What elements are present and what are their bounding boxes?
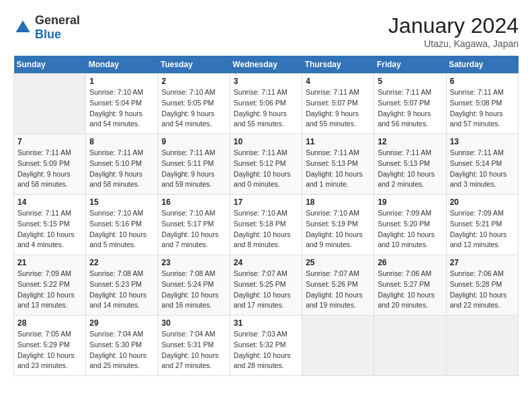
- calendar-cell: [374, 316, 446, 376]
- calendar-cell: 18Sunrise: 7:10 AMSunset: 5:19 PMDayligh…: [302, 195, 374, 255]
- day-info: Sunrise: 7:04 AMSunset: 5:30 PMDaylight:…: [89, 329, 154, 371]
- day-info: Sunrise: 7:11 AMSunset: 5:07 PMDaylight:…: [378, 87, 442, 130]
- calendar-cell: 6Sunrise: 7:11 AMSunset: 5:08 PMDaylight…: [446, 74, 518, 134]
- day-number: 11: [306, 137, 370, 146]
- calendar-cell: 25Sunrise: 7:07 AMSunset: 5:26 PMDayligh…: [302, 255, 374, 316]
- calendar-cell: 28Sunrise: 7:05 AMSunset: 5:29 PMDayligh…: [14, 316, 86, 376]
- calendar-week-4: 21Sunrise: 7:09 AMSunset: 5:22 PMDayligh…: [14, 255, 519, 316]
- day-number: 9: [162, 137, 226, 146]
- day-info: Sunrise: 7:07 AMSunset: 5:25 PMDaylight:…: [234, 269, 298, 311]
- day-number: 1: [89, 77, 154, 86]
- day-number: 29: [89, 318, 154, 328]
- day-number: 2: [162, 77, 226, 86]
- day-info: Sunrise: 7:11 AMSunset: 5:09 PMDaylight:…: [17, 148, 82, 190]
- calendar-cell: 19Sunrise: 7:09 AMSunset: 5:20 PMDayligh…: [374, 195, 446, 255]
- calendar-cell: [446, 316, 518, 376]
- day-number: 30: [162, 318, 226, 328]
- calendar-cell: 20Sunrise: 7:09 AMSunset: 5:21 PMDayligh…: [446, 195, 518, 255]
- calendar-cell: 8Sunrise: 7:11 AMSunset: 5:10 PMDaylight…: [86, 134, 158, 195]
- day-number: 20: [450, 197, 515, 207]
- day-info: Sunrise: 7:09 AMSunset: 5:20 PMDaylight:…: [378, 208, 442, 250]
- calendar-cell: 16Sunrise: 7:10 AMSunset: 5:17 PMDayligh…: [158, 195, 230, 255]
- day-number: 6: [450, 77, 515, 86]
- calendar-cell: 1Sunrise: 7:10 AMSunset: 5:04 PMDaylight…: [86, 74, 158, 134]
- day-number: 31: [234, 318, 298, 328]
- day-number: 27: [450, 258, 515, 267]
- day-number: 5: [378, 77, 442, 86]
- day-number: 13: [450, 137, 515, 146]
- day-info: Sunrise: 7:10 AMSunset: 5:17 PMDaylight:…: [162, 208, 226, 250]
- day-info: Sunrise: 7:10 AMSunset: 5:19 PMDaylight:…: [306, 208, 370, 250]
- calendar-cell: 22Sunrise: 7:08 AMSunset: 5:23 PMDayligh…: [86, 255, 158, 316]
- column-header-thursday: Thursday: [302, 56, 374, 74]
- day-number: 3: [234, 77, 298, 86]
- calendar-body: 1Sunrise: 7:10 AMSunset: 5:04 PMDaylight…: [14, 74, 519, 376]
- day-info: Sunrise: 7:11 AMSunset: 5:12 PMDaylight:…: [234, 148, 298, 190]
- calendar-week-3: 14Sunrise: 7:11 AMSunset: 5:15 PMDayligh…: [14, 195, 519, 255]
- calendar-table: SundayMondayTuesdayWednesdayThursdayFrid…: [13, 56, 519, 376]
- day-info: Sunrise: 7:06 AMSunset: 5:27 PMDaylight:…: [378, 269, 442, 311]
- calendar-cell: 10Sunrise: 7:11 AMSunset: 5:12 PMDayligh…: [230, 134, 302, 195]
- day-number: 26: [378, 258, 442, 267]
- column-header-monday: Monday: [86, 56, 158, 74]
- calendar-cell: 30Sunrise: 7:04 AMSunset: 5:31 PMDayligh…: [158, 316, 230, 376]
- day-info: Sunrise: 7:05 AMSunset: 5:29 PMDaylight:…: [17, 329, 82, 371]
- day-info: Sunrise: 7:10 AMSunset: 5:04 PMDaylight:…: [89, 87, 154, 130]
- day-info: Sunrise: 7:09 AMSunset: 5:21 PMDaylight:…: [450, 208, 515, 250]
- day-number: 4: [306, 77, 370, 86]
- day-number: 14: [17, 197, 82, 207]
- day-info: Sunrise: 7:06 AMSunset: 5:28 PMDaylight:…: [450, 269, 515, 311]
- day-number: 8: [89, 137, 154, 146]
- calendar-cell: 12Sunrise: 7:11 AMSunset: 5:13 PMDayligh…: [374, 134, 446, 195]
- calendar-week-1: 1Sunrise: 7:10 AMSunset: 5:04 PMDaylight…: [14, 74, 519, 134]
- calendar-cell: [302, 316, 374, 376]
- subtitle: Utazu, Kagawa, Japan: [388, 38, 519, 49]
- page-header: General Blue January 2024 Utazu, Kagawa,…: [13, 13, 519, 49]
- day-number: 10: [234, 137, 298, 146]
- column-header-saturday: Saturday: [446, 56, 518, 74]
- day-number: 21: [17, 258, 82, 267]
- day-info: Sunrise: 7:04 AMSunset: 5:31 PMDaylight:…: [162, 329, 226, 371]
- day-info: Sunrise: 7:11 AMSunset: 5:13 PMDaylight:…: [306, 148, 370, 190]
- logo-general-text: General: [35, 13, 80, 27]
- calendar-cell: 21Sunrise: 7:09 AMSunset: 5:22 PMDayligh…: [14, 255, 86, 316]
- day-info: Sunrise: 7:11 AMSunset: 5:07 PMDaylight:…: [306, 87, 370, 130]
- calendar-cell: [14, 74, 86, 134]
- calendar-cell: 4Sunrise: 7:11 AMSunset: 5:07 PMDaylight…: [302, 74, 374, 134]
- calendar-header-row: SundayMondayTuesdayWednesdayThursdayFrid…: [14, 56, 519, 74]
- calendar-cell: 31Sunrise: 7:03 AMSunset: 5:32 PMDayligh…: [230, 316, 302, 376]
- day-info: Sunrise: 7:08 AMSunset: 5:24 PMDaylight:…: [162, 269, 226, 311]
- day-number: 17: [234, 197, 298, 207]
- day-info: Sunrise: 7:07 AMSunset: 5:26 PMDaylight:…: [306, 269, 370, 311]
- title-block: January 2024 Utazu, Kagawa, Japan: [388, 13, 519, 49]
- day-info: Sunrise: 7:11 AMSunset: 5:06 PMDaylight:…: [234, 87, 298, 130]
- day-info: Sunrise: 7:11 AMSunset: 5:11 PMDaylight:…: [162, 148, 226, 190]
- day-number: 12: [378, 137, 442, 146]
- day-info: Sunrise: 7:11 AMSunset: 5:13 PMDaylight:…: [378, 148, 442, 190]
- column-header-tuesday: Tuesday: [158, 56, 230, 74]
- day-number: 25: [306, 258, 370, 267]
- day-info: Sunrise: 7:11 AMSunset: 5:10 PMDaylight:…: [89, 148, 154, 190]
- column-header-wednesday: Wednesday: [230, 56, 302, 74]
- calendar-cell: 2Sunrise: 7:10 AMSunset: 5:05 PMDaylight…: [158, 74, 230, 134]
- column-header-friday: Friday: [374, 56, 446, 74]
- calendar-cell: 7Sunrise: 7:11 AMSunset: 5:09 PMDaylight…: [14, 134, 86, 195]
- day-info: Sunrise: 7:11 AMSunset: 5:15 PMDaylight:…: [17, 208, 82, 250]
- day-info: Sunrise: 7:10 AMSunset: 5:18 PMDaylight:…: [234, 208, 298, 250]
- logo-icon: [13, 18, 32, 37]
- day-number: 15: [89, 197, 154, 207]
- calendar-cell: 26Sunrise: 7:06 AMSunset: 5:27 PMDayligh…: [374, 255, 446, 316]
- column-header-sunday: Sunday: [14, 56, 86, 74]
- calendar-cell: 29Sunrise: 7:04 AMSunset: 5:30 PMDayligh…: [86, 316, 158, 376]
- calendar-cell: 3Sunrise: 7:11 AMSunset: 5:06 PMDaylight…: [230, 74, 302, 134]
- calendar-cell: 13Sunrise: 7:11 AMSunset: 5:14 PMDayligh…: [446, 134, 518, 195]
- day-info: Sunrise: 7:11 AMSunset: 5:14 PMDaylight:…: [450, 148, 515, 190]
- day-number: 16: [162, 197, 226, 207]
- day-number: 23: [162, 258, 226, 267]
- day-info: Sunrise: 7:10 AMSunset: 5:05 PMDaylight:…: [162, 87, 226, 130]
- logo-blue-text: Blue: [35, 28, 61, 41]
- day-info: Sunrise: 7:03 AMSunset: 5:32 PMDaylight:…: [234, 329, 298, 371]
- day-number: 19: [378, 197, 442, 207]
- day-info: Sunrise: 7:09 AMSunset: 5:22 PMDaylight:…: [17, 269, 82, 311]
- calendar-cell: 15Sunrise: 7:10 AMSunset: 5:16 PMDayligh…: [86, 195, 158, 255]
